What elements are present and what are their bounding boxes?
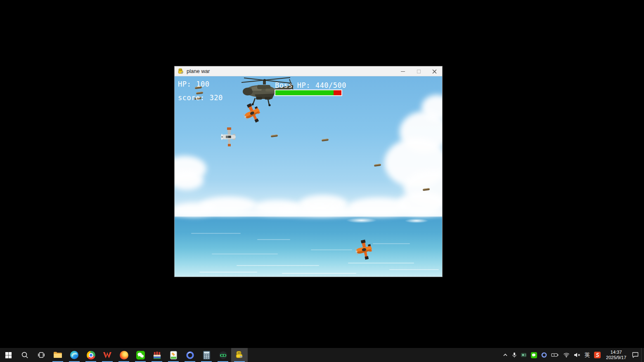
sun-glint bbox=[346, 218, 377, 223]
task-view-button[interactable] bbox=[33, 348, 50, 362]
wave-streak bbox=[212, 254, 278, 254]
wifi-icon bbox=[563, 353, 570, 357]
wps-office-icon bbox=[103, 351, 112, 359]
taskbar-item-wechat[interactable] bbox=[132, 348, 149, 362]
ime-label: 英 bbox=[585, 351, 590, 359]
clock-time: 14:37 bbox=[606, 350, 626, 355]
wave-streak bbox=[389, 269, 439, 270]
text-editor-icon bbox=[170, 351, 178, 360]
edge-icon bbox=[70, 350, 79, 360]
blue-ring-tray-icon bbox=[541, 352, 547, 358]
taskbar-item-chrome[interactable] bbox=[83, 348, 99, 362]
action-center-icon bbox=[632, 352, 639, 358]
tray-volume-muted[interactable] bbox=[572, 348, 582, 362]
tray-ime-indicator[interactable]: 英 bbox=[582, 348, 592, 362]
wave-streak bbox=[282, 273, 356, 274]
sun-glint bbox=[405, 219, 429, 223]
enemy-bullet bbox=[271, 134, 278, 137]
taskbar-item-python-pygame[interactable] bbox=[231, 348, 248, 362]
taskbar-item-wps-office[interactable] bbox=[99, 348, 116, 362]
boss-hp-display: Boss HP:440/500 bbox=[275, 81, 346, 89]
green-goggles-icon bbox=[219, 351, 227, 360]
action-center-button[interactable] bbox=[630, 348, 641, 362]
blue-ring-icon bbox=[186, 351, 194, 360]
sogou-input-icon bbox=[594, 352, 601, 358]
pygame-taskbar-icon bbox=[235, 350, 244, 360]
taskbar-clock[interactable]: 14:37 2025/9/17 bbox=[603, 350, 630, 360]
battery-icon bbox=[551, 353, 559, 357]
window-title: plane war bbox=[187, 68, 210, 74]
wave-streak bbox=[199, 272, 257, 273]
wave-streak bbox=[373, 243, 410, 244]
chevron-up-icon bbox=[503, 353, 508, 357]
wave-streak bbox=[191, 233, 241, 234]
microphone-icon bbox=[512, 352, 517, 358]
tray-microphone[interactable] bbox=[510, 348, 519, 362]
wave-streak bbox=[257, 239, 290, 240]
taskbar-item-retro-game[interactable] bbox=[149, 348, 165, 362]
horizon-haze bbox=[175, 209, 442, 216]
taskbar-item-text-editor[interactable] bbox=[165, 348, 182, 362]
player-plane-orange-sprite bbox=[353, 238, 376, 262]
enemy-bullet bbox=[322, 139, 329, 141]
firefox-icon bbox=[120, 351, 128, 360]
minimize-button[interactable] bbox=[395, 66, 411, 76]
taskbar-item-green-goggles-app[interactable] bbox=[215, 348, 231, 362]
pygame-icon bbox=[178, 68, 184, 75]
minimize-icon bbox=[401, 71, 405, 72]
wave-streak bbox=[311, 249, 352, 250]
score-display: score:320 bbox=[178, 94, 223, 102]
windows-logo-icon bbox=[5, 352, 12, 359]
wave-streak bbox=[237, 265, 319, 266]
enemy-plane-gray-sprite bbox=[220, 127, 237, 147]
search-button[interactable] bbox=[17, 348, 33, 362]
plane-war-window: plane war bbox=[174, 66, 443, 277]
desktop[interactable]: plane war bbox=[0, 0, 644, 362]
cloud bbox=[175, 171, 204, 190]
maximize-button[interactable] bbox=[411, 66, 426, 76]
tray-wifi[interactable] bbox=[561, 348, 572, 362]
wave-streak bbox=[348, 263, 414, 263]
enemy-bullet bbox=[374, 164, 381, 167]
tray-sogou-input[interactable] bbox=[592, 348, 603, 362]
taskbar-item-file-explorer[interactable] bbox=[50, 348, 66, 362]
task-view-icon bbox=[38, 351, 45, 359]
clock-date: 2025/9/17 bbox=[606, 355, 626, 360]
tray-blue-ring[interactable] bbox=[539, 348, 549, 362]
taskbar-item-edge[interactable] bbox=[66, 348, 83, 362]
screen-record-icon bbox=[521, 353, 527, 357]
tray-wechat[interactable] bbox=[529, 348, 539, 362]
retro-game-icon bbox=[153, 351, 161, 360]
file-explorer-icon bbox=[53, 351, 62, 359]
chrome-icon bbox=[87, 351, 95, 360]
close-button[interactable] bbox=[426, 66, 442, 76]
volume-muted-icon bbox=[574, 353, 580, 357]
tray-chevron-up[interactable] bbox=[501, 348, 510, 362]
wechat-icon bbox=[136, 351, 145, 360]
boss-hp-bar bbox=[275, 89, 342, 96]
boss-hp-fill bbox=[275, 90, 334, 95]
taskbar: 英 14:37 2025/9/17 bbox=[0, 348, 644, 362]
search-icon bbox=[21, 351, 28, 359]
tray-battery[interactable] bbox=[549, 348, 561, 362]
title-bar[interactable]: plane war bbox=[175, 66, 442, 76]
tray-screen-record[interactable] bbox=[519, 348, 529, 362]
game-canvas[interactable]: HP:100 score:320 Boss HP:440/500 bbox=[175, 76, 442, 277]
start-button[interactable] bbox=[0, 348, 17, 362]
maximize-icon bbox=[417, 70, 421, 73]
show-desktop-button[interactable] bbox=[641, 348, 644, 362]
taskbar-item-blue-ring-app[interactable] bbox=[182, 348, 198, 362]
wechat-tray-icon bbox=[531, 352, 537, 358]
taskbar-item-calculator[interactable] bbox=[198, 348, 215, 362]
close-icon bbox=[432, 69, 437, 74]
calculator-icon bbox=[203, 351, 210, 360]
taskbar-item-firefox[interactable] bbox=[116, 348, 132, 362]
hp-display: HP:100 bbox=[178, 80, 209, 88]
